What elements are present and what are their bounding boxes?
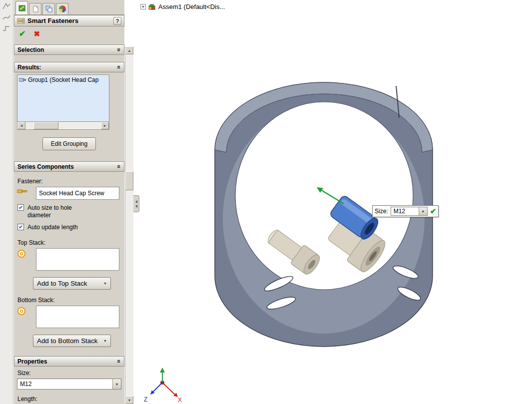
- tab-propertymanager[interactable]: [15, 1, 28, 14]
- dropdown-arrow-icon: ▼: [103, 282, 107, 285]
- add-to-bottom-stack-button[interactable]: Add to Bottom Stack ▼: [33, 335, 111, 347]
- scroll-up-arrow[interactable]: ▲: [125, 46, 133, 54]
- panel-tab-bar: [14, 0, 124, 15]
- left-toolbar: [0, 0, 13, 404]
- top-stack-label: Top Stack:: [17, 239, 121, 246]
- collapse-arrow-icon: [135, 200, 137, 203]
- tree-root-label[interactable]: Assem1 (Default<Dis...: [158, 3, 225, 10]
- top-stack-list[interactable]: [36, 248, 119, 271]
- panel-collapse-handle[interactable]: [133, 195, 139, 212]
- bolt-icon: [17, 187, 33, 196]
- list-item[interactable]: Group1 (Socket Head Cap: [17, 75, 109, 85]
- checkbox-checked[interactable]: ✔: [17, 224, 24, 230]
- properties-body: Size: M12 ▼ Length:: [14, 367, 124, 404]
- panel-title: Smart Fasteners: [27, 17, 78, 24]
- collapse-arrow-icon: [135, 205, 137, 208]
- chevron-up-icon: «: [115, 360, 123, 363]
- document-icon: [31, 5, 39, 13]
- sketch-dimension-icon[interactable]: [2, 2, 11, 11]
- propertymanager-icon: [18, 4, 26, 12]
- dropdown-arrow-icon[interactable]: ▼: [419, 207, 427, 215]
- callout-accept-icon[interactable]: ✔: [430, 208, 437, 215]
- sketch-step-icon[interactable]: [2, 24, 11, 33]
- smart-fasteners-icon: [17, 17, 25, 25]
- triad-z-label: Z: [144, 396, 147, 403]
- ok-button[interactable]: ✔: [19, 30, 25, 37]
- checkbox-label: Auto update length: [27, 224, 93, 231]
- size-combobox[interactable]: M12 ▼: [17, 379, 121, 390]
- auto-size-checkbox-row[interactable]: ✔ Auto size to hole diameter: [17, 204, 121, 219]
- length-label: Length:: [17, 396, 121, 403]
- scroll-left-arrow[interactable]: ◄: [17, 122, 25, 129]
- section-header-results[interactable]: Results: «: [14, 62, 124, 72]
- checkbox-checked[interactable]: ✔: [17, 204, 24, 211]
- graphics-viewport[interactable]: + Assem1 (Default<Dis...: [134, 0, 532, 404]
- list-item-label: Group1 (Socket Head Cap: [28, 76, 98, 83]
- checkbox-label: Auto size to hole diameter: [27, 204, 93, 219]
- section-title: Series Components: [17, 163, 74, 170]
- scrollbar-thumb[interactable]: [125, 171, 133, 190]
- callout-size-combobox[interactable]: M12 ▼: [391, 207, 428, 216]
- panel-scrollbar[interactable]: ▲ ▼: [125, 46, 133, 404]
- callout-size-value: M12: [391, 207, 419, 215]
- washer-icon: [17, 306, 33, 317]
- property-manager-panel: Smart Fasteners ? ✔ ✖ Selection » Result…: [14, 0, 124, 404]
- washer-icon: [17, 248, 33, 260]
- scrollbar-thumb[interactable]: [33, 122, 58, 129]
- cancel-button[interactable]: ✖: [33, 30, 40, 37]
- dropdown-arrow-icon: ▼: [103, 339, 107, 343]
- tab-configurations[interactable]: [42, 3, 55, 14]
- fastener-field[interactable]: Socket Head Cap Screw: [36, 187, 119, 200]
- tab-appearances[interactable]: [56, 3, 68, 14]
- edit-grouping-button[interactable]: Edit Grouping: [42, 137, 96, 150]
- bottom-stack-label: Bottom Stack:: [17, 297, 121, 304]
- size-value: M12: [17, 379, 112, 389]
- series-components-body: Fastener: Socket Head Cap Screw ✔ Auto s…: [14, 172, 124, 352]
- callout-size-label: Size:: [375, 208, 388, 215]
- section-header-series-components[interactable]: Series Components «: [14, 161, 124, 172]
- size-callout[interactable]: Size: M12 ▼ ✔: [372, 205, 439, 217]
- triad-x-label: X: [178, 397, 182, 404]
- fastener-label: Fastener:: [17, 178, 121, 185]
- orientation-triad: X Z: [144, 368, 182, 404]
- results-list[interactable]: Group1 (Socket Head Cap: [17, 74, 109, 122]
- scroll-right-arrow[interactable]: ►: [101, 122, 109, 129]
- results-horizontal-scrollbar[interactable]: ◄ ►: [17, 122, 109, 130]
- configurations-icon: [45, 5, 53, 13]
- section-title: Properties: [17, 358, 47, 365]
- auto-update-checkbox-row[interactable]: ✔ Auto update length: [17, 224, 121, 231]
- size-label: Size:: [17, 370, 121, 377]
- section-header-properties[interactable]: Properties «: [14, 356, 124, 367]
- tree-expand-icon[interactable]: +: [140, 4, 146, 9]
- sketch-spline-icon[interactable]: [2, 13, 11, 22]
- model-scene[interactable]: X Z: [134, 0, 532, 404]
- chevron-down-icon: »: [115, 48, 123, 51]
- chevron-up-icon: «: [115, 165, 123, 168]
- scroll-down-arrow[interactable]: ▼: [125, 396, 133, 404]
- results-body: Group1 (Socket Head Cap ◄ ► Edit Groupin…: [14, 72, 124, 155]
- solidworks-window: Smart Fasteners ? ✔ ✖ Selection » Result…: [0, 0, 532, 404]
- help-button[interactable]: ?: [113, 17, 121, 25]
- dropdown-arrow-icon[interactable]: ▼: [112, 379, 121, 389]
- panel-title-bar: Smart Fasteners ?: [14, 15, 124, 26]
- appearance-sphere-icon: [58, 5, 66, 13]
- chevron-up-icon: «: [115, 65, 123, 69]
- section-header-selection[interactable]: Selection »: [14, 44, 124, 55]
- bottom-stack-list[interactable]: [36, 306, 119, 328]
- section-title: Results:: [17, 64, 41, 71]
- feature-tree-root: + Assem1 (Default<Dis...: [140, 3, 225, 10]
- fastener-group-icon: [19, 77, 26, 83]
- tab-featuremanager[interactable]: [29, 3, 41, 14]
- add-to-top-stack-button[interactable]: Add to Top Stack ▼: [33, 277, 111, 290]
- ok-cancel-row: ✔ ✖: [14, 26, 124, 40]
- section-title: Selection: [17, 46, 44, 53]
- assembly-icon: [148, 3, 156, 10]
